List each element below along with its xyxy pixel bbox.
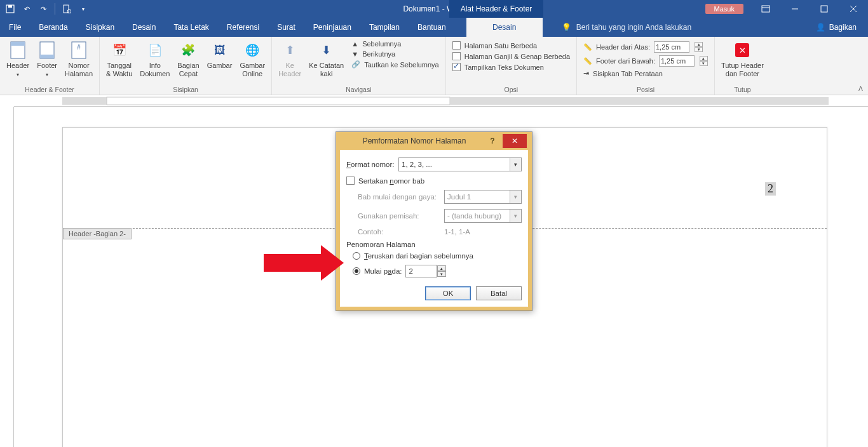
link-icon: 🔗 [351,60,360,69]
picture-button[interactable]: 🖼Gambar [203,38,236,70]
help-icon[interactable]: ? [485,137,500,145]
tab-desain[interactable]: Desain [123,18,165,37]
svg-point-3 [67,10,71,13]
annotation-arrow [264,254,321,272]
sign-in-button[interactable]: Masuk [705,4,743,14]
tab-bantuan[interactable]: Bantuan [409,18,455,37]
link-previous-button[interactable]: 🔗Tautkan ke Sebelumnya [350,60,440,69]
goto-header-button: ⬆Ke Header [275,38,305,78]
separator-combo: - (tanda hubung)▾ [444,209,522,223]
spin-up-icon[interactable]: ▴ [437,265,446,271]
dialog-title: Pemformatan Nomor Halaman [344,137,485,145]
svg-rect-4 [762,6,770,12]
tab-tampilan[interactable]: Tampilan [360,18,409,37]
close-icon[interactable] [839,0,868,18]
tab-peninjauan[interactable]: Peninjauan [304,18,360,37]
tell-me-search[interactable]: 💡 Beri tahu yang ingin Anda lakukan [562,18,691,37]
dialog-close-button[interactable]: ✕ [503,134,527,148]
insert-alignment-tab[interactable]: ⇥Sisipkan Tab Perataan [582,69,709,78]
vertical-ruler[interactable] [0,107,14,447]
show-doc-text-checkbox[interactable]: Tampilkan Teks Dokumen [451,62,571,72]
save-icon[interactable] [5,4,15,14]
group-header-footer: Header▾ Footer▾ #Nomor Halaman Header & … [0,37,100,95]
group-label: Tutup [717,85,768,95]
group-label: Navigasi [275,85,443,95]
chevron-down-icon: ▾ [510,190,521,203]
chapter-style-combo: Judul 1▾ [444,190,522,204]
redo-icon[interactable]: ↷ [38,4,48,14]
footer-from-bottom: 📏Footer dari Bawah:1,25 cm▴▾ [582,55,709,67]
collapse-ribbon-icon[interactable]: ᐱ [853,83,868,95]
group-label: Posisi [580,85,712,95]
page-number-format-dialog: Pemformatan Nomor Halaman ? ✕ FFormat no… [336,131,532,311]
tab-file[interactable]: File [0,18,30,37]
online-picture-button[interactable]: 🌐Gambar Online [236,38,269,78]
footer-bottom-input[interactable]: 1,25 cm [659,55,695,67]
cancel-button[interactable]: Batal [476,286,522,300]
header-top-input[interactable]: 1,25 cm [654,41,689,53]
svg-rect-18 [450,97,829,105]
prev-icon: ▲ [351,40,358,48]
horizontal-ruler[interactable] [14,95,868,107]
dialog-titlebar[interactable]: Pemformatan Nomor Halaman ? ✕ [336,132,532,150]
context-tab-header-footer: Alat Header & Footer [449,0,543,18]
header-button[interactable]: Header▾ [3,38,33,79]
group-sisipkan: 📅Tanggal & Waktu 📄Info Dokumen 🧩Bagian C… [100,37,272,95]
svg-rect-11 [11,42,25,46]
group-navigasi: ⬆Ke Header ⬇Ke Catatan kaki ▲Sebelumnya … [272,37,446,95]
doc-info-button[interactable]: 📄Info Dokumen [136,38,173,78]
diff-first-page-checkbox[interactable]: Halaman Satu Berbeda [451,41,571,50]
tab-beranda[interactable]: Beranda [30,18,76,37]
quick-parts-button[interactable]: 🧩Bagian Cepat [173,38,203,78]
next-button[interactable]: ▼Berikutnya [350,50,440,58]
ribbon-display-icon[interactable] [751,0,780,18]
start-at-input[interactable]: 2 [405,265,437,277]
ok-button[interactable]: OK [425,286,471,300]
spin-down-icon[interactable]: ▾ [437,271,446,277]
start-at-label: Mulai pada: [364,267,402,275]
tab-hf-desain[interactable]: Desain [466,18,543,37]
share-button[interactable]: 👤 Bagikan [804,18,868,37]
dialog-body: FFormat nomor:ormat nomor: 1, 2, 3, ...▾… [336,150,532,310]
title-bar: ↶ ↷ ▾ Dokumen1 - Word Alat Header & Foot… [0,0,868,18]
lightbulb-icon: 💡 [562,23,571,32]
maximize-icon[interactable] [810,0,839,18]
chevron-down-icon[interactable]: ▾ [510,158,521,171]
tab-sisipkan[interactable]: Sisipkan [77,18,123,37]
spin-down-icon[interactable]: ▾ [700,61,708,66]
previous-button[interactable]: ▲Sebelumnya [350,39,440,48]
print-preview-icon[interactable] [62,4,72,14]
diff-odd-even-checkbox[interactable]: Halaman Ganjil & Genap Berbeda [451,51,571,61]
minimize-icon[interactable] [780,0,810,18]
page-number-field[interactable]: 2 [765,182,776,196]
checkbox-icon [452,52,461,60]
share-icon: 👤 [816,23,825,32]
start-at-radio[interactable] [353,267,360,275]
chapter-start-label: Bab mulai dengan gaya: [358,193,444,201]
tab-surat[interactable]: Surat [268,18,304,37]
ribbon: Header▾ Footer▾ #Nomor Halaman Header & … [0,37,868,95]
ruler-icon: 📏 [583,57,592,65]
date-time-button[interactable]: 📅Tanggal & Waktu [102,38,136,78]
svg-rect-7 [821,6,827,12]
svg-rect-16 [62,97,107,105]
spin-down-icon[interactable]: ▾ [695,47,703,52]
tab-referensi[interactable]: Referensi [218,18,268,37]
format-number-combo[interactable]: 1, 2, 3, ...▾ [398,157,522,171]
tab-tata-letak[interactable]: Tata Letak [165,18,217,37]
include-chapter-label: Sertakan nomor bab [358,177,424,185]
page-number-button[interactable]: #Nomor Halaman [61,38,97,78]
close-header-footer-button[interactable]: ✕Tutup Header dan Footer [717,38,768,78]
group-posisi: 📏Header dari Atas:1,25 cm▴▾ 📏Footer dari… [577,37,715,95]
group-opsi: Halaman Satu Berbeda Halaman Ganjil & Ge… [446,37,577,95]
continue-radio[interactable] [353,252,360,260]
qat-customize-icon[interactable]: ▾ [78,4,88,14]
footer-button[interactable]: Footer▾ [33,38,61,79]
spin-up-icon[interactable]: ▴ [695,42,703,47]
undo-icon[interactable]: ↶ [22,4,32,14]
include-chapter-checkbox[interactable] [346,177,355,185]
spin-up-icon[interactable]: ▴ [700,56,708,61]
next-icon: ▼ [351,50,358,58]
quick-access-toolbar: ↶ ↷ ▾ [0,3,88,15]
goto-footer-button[interactable]: ⬇Ke Catatan kaki [305,38,348,78]
